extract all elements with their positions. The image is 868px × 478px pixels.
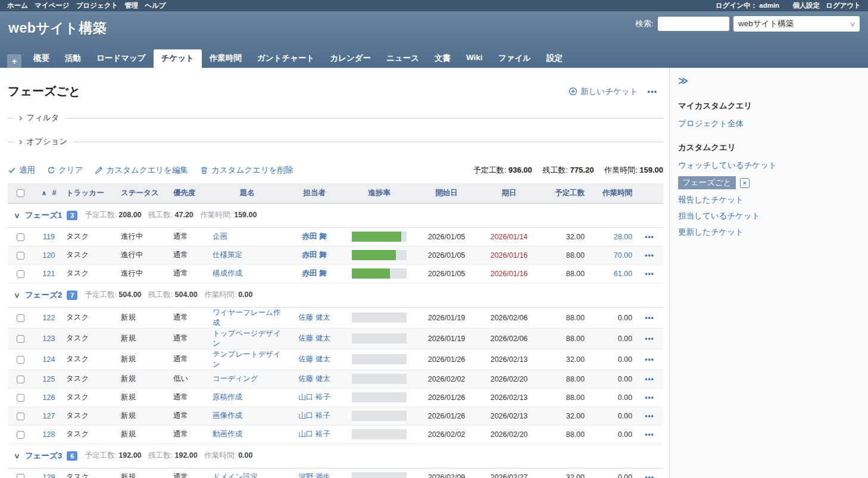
add-tab-button[interactable]: +	[7, 54, 21, 68]
issue-subject-link[interactable]: ドメイン設定	[213, 473, 258, 478]
issue-assignee-link[interactable]: 佐藤 健太	[298, 334, 330, 342]
tab-roadmap[interactable]: ロードマップ	[89, 49, 154, 68]
issue-assignee-link[interactable]: 佐藤 健太	[298, 313, 330, 321]
issue-assignee-link[interactable]: 山口 裕子	[298, 393, 330, 401]
more-actions-button[interactable]: •••	[647, 87, 657, 96]
issue-subject-link[interactable]: テンプレートデザイン	[213, 350, 281, 368]
column-header-id[interactable]: ∧#	[33, 183, 65, 203]
issue-id-link[interactable]: 127	[43, 412, 55, 420]
select-all-checkbox[interactable]	[17, 189, 24, 197]
tab-spent-time[interactable]: 作業時間	[202, 49, 249, 68]
issue-subject-link[interactable]: 構成作成	[213, 269, 242, 277]
row-actions-button[interactable]: •••	[645, 412, 654, 420]
tab-files[interactable]: ファイル	[491, 49, 539, 68]
tab-activity[interactable]: 活動	[57, 49, 89, 68]
sidebar-query-reported-issues[interactable]: 報告したチケット	[678, 195, 744, 205]
apply-button[interactable]: 適用	[8, 165, 35, 176]
column-header-tracker[interactable]: トラッカー	[65, 183, 120, 203]
sidebar-query-assigned-issues[interactable]: 担当しているチケット	[678, 211, 760, 221]
issue-id-link[interactable]: 124	[43, 355, 55, 364]
issue-id-link[interactable]: 120	[43, 251, 55, 260]
my-account-link[interactable]: 個人設定	[792, 2, 820, 9]
chevron-down-icon[interactable]: ∨	[14, 211, 20, 220]
row-actions-button[interactable]: •••	[645, 393, 654, 402]
issue-spent-hours-link[interactable]: 28.00	[614, 233, 632, 241]
issue-id-link[interactable]: 126	[43, 393, 55, 402]
row-actions-button[interactable]: •••	[645, 233, 654, 241]
issue-subject-link[interactable]: コーディング	[213, 374, 258, 383]
issue-subject-link[interactable]: 原稿作成	[213, 393, 242, 401]
row-checkbox[interactable]	[17, 474, 24, 478]
row-checkbox[interactable]	[17, 413, 24, 420]
issue-id-link[interactable]: 122	[43, 314, 55, 322]
issue-assignee-link[interactable]: 山口 裕子	[298, 411, 330, 420]
top-menu-projects[interactable]: プロジェクト	[76, 2, 118, 9]
delete-query-icon[interactable]: ×	[740, 178, 750, 188]
column-header-spent-hours[interactable]: 作業時間	[589, 183, 636, 203]
issue-assignee-link[interactable]: 山口 裕子	[298, 430, 330, 438]
row-actions-button[interactable]: •••	[645, 375, 654, 383]
issue-spent-hours-link[interactable]: 61.00	[614, 270, 632, 278]
project-jump-select[interactable]: webサイト構築 ∨	[733, 16, 860, 32]
issue-subject-link[interactable]: 仕様策定	[213, 251, 242, 259]
row-checkbox[interactable]	[17, 270, 24, 278]
sidebar-collapse-button[interactable]: ≫	[678, 75, 688, 86]
chevron-down-icon[interactable]: ∨	[14, 291, 20, 299]
filters-toggle[interactable]: › フィルタ	[8, 113, 663, 123]
edit-query-button[interactable]: カスタムクエリを編集	[95, 165, 188, 176]
row-actions-button[interactable]: •••	[645, 430, 654, 439]
issue-id-link[interactable]: 119	[43, 233, 55, 241]
issue-assignee-link[interactable]: 赤田 舞	[302, 269, 327, 277]
group-name[interactable]: フェーズ2	[25, 290, 62, 301]
row-actions-button[interactable]: •••	[645, 355, 654, 364]
top-menu-home[interactable]: ホーム	[7, 2, 28, 9]
options-toggle[interactable]: › オプション	[8, 136, 663, 147]
row-actions-button[interactable]: •••	[645, 335, 654, 343]
issue-spent-hours-link[interactable]: 70.00	[614, 251, 632, 260]
sidebar-query-watched-issues[interactable]: ウォッチしているチケット	[678, 160, 777, 171]
chevron-down-icon[interactable]: ∨	[14, 452, 20, 460]
issue-id-link[interactable]: 121	[43, 270, 55, 278]
issue-id-link[interactable]: 129	[43, 473, 55, 478]
tab-issues[interactable]: チケット	[154, 49, 202, 68]
issue-id-link[interactable]: 128	[43, 430, 55, 439]
column-header-subject[interactable]: 題名	[211, 183, 283, 203]
top-menu-help[interactable]: ヘルプ	[145, 2, 166, 9]
top-menu-my-page[interactable]: マイページ	[35, 2, 70, 9]
tab-news[interactable]: ニュース	[379, 49, 427, 68]
issue-id-link[interactable]: 125	[43, 375, 55, 383]
row-checkbox[interactable]	[17, 233, 24, 241]
row-checkbox[interactable]	[17, 356, 24, 364]
sidebar-query-by-phase[interactable]: フェーズごと	[678, 176, 736, 189]
column-header-progress[interactable]: 進捗率	[345, 183, 413, 203]
issue-assignee-link[interactable]: 佐藤 健太	[298, 374, 330, 383]
issue-subject-link[interactable]: ワイヤーフレーム作成	[213, 308, 280, 327]
issue-assignee-link[interactable]: 赤田 舞	[302, 232, 327, 240]
tab-calendar[interactable]: カレンダー	[322, 49, 379, 68]
tab-overview[interactable]: 概要	[26, 49, 57, 68]
row-checkbox[interactable]	[17, 335, 24, 343]
row-checkbox[interactable]	[17, 314, 24, 322]
column-header-status[interactable]: ステータス	[120, 183, 172, 203]
row-actions-button[interactable]: •••	[645, 314, 654, 322]
row-checkbox[interactable]	[17, 431, 24, 439]
column-header-assignee[interactable]: 担当者	[283, 183, 345, 203]
new-ticket-button[interactable]: 新しいチケット	[569, 86, 638, 97]
issue-assignee-link[interactable]: 河野 満生	[298, 473, 330, 478]
row-checkbox[interactable]	[17, 394, 24, 402]
group-name[interactable]: フェーズ1	[25, 210, 62, 221]
tab-wiki[interactable]: Wiki	[458, 49, 491, 68]
sidebar-query-all-projects-query[interactable]: プロジェクト全体	[678, 118, 744, 129]
row-actions-button[interactable]: •••	[645, 270, 654, 278]
logout-link[interactable]: ログアウト	[826, 2, 861, 9]
column-header-estimated-hours[interactable]: 予定工数	[538, 183, 589, 203]
sidebar-query-updated-issues[interactable]: 更新したチケット	[678, 227, 744, 238]
issue-assignee-link[interactable]: 佐藤 健太	[298, 355, 330, 363]
tab-gantt[interactable]: ガントチャート	[249, 49, 322, 68]
issue-subject-link[interactable]: 画像作成	[213, 411, 242, 420]
issue-id-link[interactable]: 123	[43, 335, 55, 343]
column-header-priority[interactable]: 優先度	[172, 183, 211, 203]
search-input[interactable]	[658, 17, 729, 31]
collapse-all-icon[interactable]: ∧	[42, 189, 47, 196]
issue-assignee-link[interactable]: 赤田 舞	[302, 251, 327, 259]
